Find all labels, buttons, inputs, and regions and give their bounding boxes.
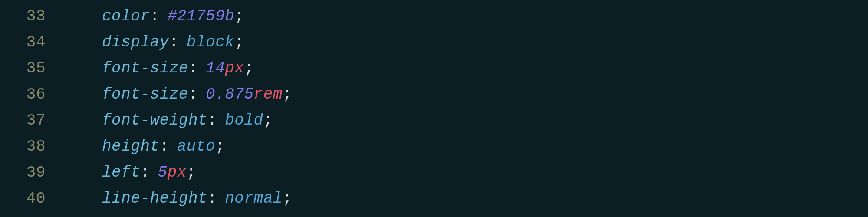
line-number: 38 <box>0 134 59 160</box>
css-value-segment: block <box>187 33 235 51</box>
colon: : <box>150 7 160 25</box>
code-content[interactable]: left:5px; <box>59 160 196 186</box>
code-content[interactable]: font-weight:bold; <box>59 108 273 134</box>
semicolon: ; <box>234 33 244 51</box>
css-property: left <box>102 164 140 181</box>
css-property: height <box>102 138 160 155</box>
line-number: 37 <box>0 108 59 134</box>
semicolon: ; <box>283 85 292 103</box>
colon: : <box>207 112 217 129</box>
code-content[interactable]: display:block; <box>59 30 244 56</box>
code-line[interactable]: 39left:5px; <box>0 160 868 186</box>
css-value-segment: #21759b <box>168 7 235 25</box>
css-value-segment: px <box>168 164 187 181</box>
css-value-segment: bold <box>225 112 263 129</box>
semicolon: ; <box>263 112 273 129</box>
colon: : <box>140 164 150 181</box>
css-property: font-size <box>102 85 188 103</box>
css-value-segment: rem <box>254 85 283 103</box>
code-line[interactable]: 37font-weight:bold; <box>0 108 868 134</box>
colon: : <box>188 59 198 77</box>
code-line[interactable]: 38height:auto; <box>0 134 868 160</box>
line-number: 34 <box>0 30 59 56</box>
line-number: 39 <box>0 160 59 186</box>
semicolon: ; <box>244 59 253 77</box>
css-value-segment: 5 <box>158 164 168 181</box>
code-content[interactable]: line-height:normal; <box>59 186 292 212</box>
css-value-segment: 0.875 <box>206 85 254 103</box>
colon: : <box>207 190 217 207</box>
code-content[interactable]: height:auto; <box>59 134 225 160</box>
css-value-segment: auto <box>177 138 215 155</box>
css-property: font-size <box>102 59 188 77</box>
code-line[interactable]: 40line-height:normal; <box>0 186 868 212</box>
css-property: font-weight <box>102 112 207 129</box>
colon: : <box>169 33 179 51</box>
css-property: display <box>102 33 169 51</box>
semicolon: ; <box>187 164 196 181</box>
line-number: 33 <box>0 3 59 30</box>
code-content[interactable]: font-size:0.875rem; <box>59 82 292 108</box>
line-number: 40 <box>0 186 59 212</box>
code-line[interactable]: 33color:#21759b; <box>0 3 868 30</box>
semicolon: ; <box>283 190 292 207</box>
colon: : <box>160 138 169 155</box>
code-editor[interactable]: 33color:#21759b;34display:block;35font-s… <box>0 3 868 212</box>
code-line[interactable]: 36font-size:0.875rem; <box>0 82 868 108</box>
colon: : <box>188 85 198 103</box>
css-value-segment: normal <box>225 190 283 207</box>
semicolon: ; <box>234 7 244 25</box>
semicolon: ; <box>215 138 225 155</box>
line-number: 35 <box>0 56 59 82</box>
code-line[interactable]: 35font-size:14px; <box>0 56 868 82</box>
css-property: line-height <box>102 190 207 207</box>
line-number: 36 <box>0 82 59 108</box>
code-content[interactable]: font-size:14px; <box>59 56 254 82</box>
css-property: color <box>102 7 150 25</box>
css-value-segment: 14 <box>206 59 225 77</box>
css-value-segment: px <box>225 59 244 77</box>
code-line[interactable]: 34display:block; <box>0 30 868 56</box>
code-content[interactable]: color:#21759b; <box>59 3 244 30</box>
